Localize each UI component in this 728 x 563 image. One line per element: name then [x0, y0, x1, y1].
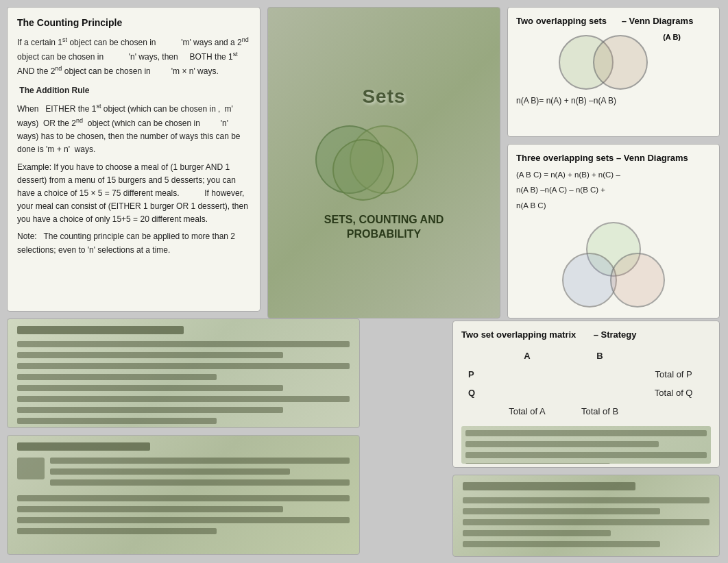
venn-two-title: Two overlapping sets – Venn Diagrams [516, 16, 711, 26]
matrix-total-a: Total of A [491, 402, 563, 421]
matrix-panel: Two set overlapping matrix – Strategy A … [452, 321, 720, 468]
bottom-left-panel-2 [7, 435, 360, 555]
counting-paragraph-1: If a certain 1st object can be chosen in… [17, 35, 250, 79]
br2-line-2 [463, 508, 660, 514]
blurred-line-6 [17, 396, 350, 402]
addition-rule-title: The Addition Rule [17, 84, 250, 97]
venn-three-formula-2: n(A B) –n(A C) – n(B C) + [516, 184, 711, 196]
matrix-col-total-header [636, 347, 711, 365]
blurred-sub-2 [50, 468, 290, 475]
matrix-grand-total [636, 402, 711, 421]
counting-principle-title: The Counting Principle [17, 17, 250, 28]
bottom-left-panel-1 [7, 318, 360, 428]
matrix-totals-label [461, 402, 491, 421]
center-title-line2: PROBABILITY [308, 228, 459, 240]
matrix-title: Two set overlapping matrix – Strategy [461, 329, 711, 340]
matrix-col-b: B [563, 347, 637, 365]
br2-line-4 [463, 530, 611, 536]
br2-line-5 [463, 541, 660, 547]
matrix-totals-row: Total of A Total of B [461, 402, 711, 421]
matrix-label-q: Q [461, 384, 491, 402]
addition-example: Example: If you have to choose a meal of… [17, 161, 250, 227]
br2-line-1 [463, 497, 709, 503]
matrix-blurred-2 [465, 441, 659, 447]
blurred-line-7 [17, 407, 283, 413]
matrix-blurred-4 [465, 463, 610, 464]
addition-note: Note: The counting principle can be appl… [17, 230, 250, 256]
venn-two-formula: n(A B)= n(A) + n(B) –n(A B) [516, 96, 711, 105]
blurred-line-5 [17, 385, 283, 391]
matrix-total-b: Total of B [563, 402, 637, 421]
venn-three-title: Three overlapping sets – Venn Diagrams [516, 153, 711, 163]
bottom-right-panel-2 [452, 475, 720, 557]
blurred-sub-1 [50, 458, 350, 464]
venn-two-panel: Two overlapping sets – Venn Diagrams (A … [507, 7, 720, 137]
blurred-line-8 [17, 418, 217, 424]
blurred-row-1 [17, 458, 350, 490]
center-title-line1: SETS, COUNTING AND [308, 212, 459, 228]
center-title-panel: Sets SETS, COUNTING AND PROBABILITY [267, 7, 500, 318]
venn-two-diagram: (A B) [545, 32, 682, 93]
addition-rule-body: When EITHER the 1st object (which can be… [17, 101, 250, 157]
blurred-line-1 [17, 341, 350, 347]
bottom-right-content-2 [453, 475, 719, 557]
br2-heading [463, 482, 635, 490]
matrix-cell-pa [491, 365, 563, 384]
br2-line-3 [463, 519, 709, 525]
blurred-line-4 [17, 374, 217, 380]
matrix-total-p: Total of P [636, 365, 711, 384]
blurred-line-2 [17, 352, 283, 358]
matrix-cell-qb [563, 384, 637, 402]
bottom-left-content-1 [8, 319, 359, 428]
blurred-sub-3 [50, 479, 350, 486]
matrix-label-p: P [461, 365, 491, 384]
blurred-heading-1 [17, 326, 184, 334]
bottom-left-content-2 [8, 436, 359, 546]
matrix-cell-qa [491, 384, 563, 402]
venn-three-formula-1: (A B C) = n(A) + n(B) + n(C) – [516, 168, 711, 181]
venn-circle-right [593, 35, 648, 90]
matrix-col-a: A [491, 347, 563, 365]
blurred-line-b2 [17, 506, 283, 512]
matrix-row-q: Q Total of Q [461, 384, 711, 402]
blurred-line-b1 [17, 495, 350, 501]
blurred-line-b3 [17, 517, 350, 523]
blurred-heading-2 [17, 442, 150, 451]
matrix-blurred-section [461, 426, 711, 464]
venn3-circle-bottomright [610, 253, 665, 308]
venn-three-diagram [552, 218, 675, 314]
venn-three-formula-3: n(A B C) [516, 199, 711, 212]
matrix-header-row: A B [461, 347, 711, 365]
matrix-total-q: Total of Q [636, 384, 711, 402]
matrix-blurred-1 [465, 430, 707, 436]
venn-two-ab-label: (A B) [663, 33, 681, 41]
blurred-line-3 [17, 363, 350, 369]
counting-principle-panel: The Counting Principle If a certain 1st … [7, 7, 260, 312]
matrix-table: A B P Total of P Q Total of Q Total of A… [461, 347, 711, 421]
matrix-cell-pb [563, 365, 637, 384]
venn3-circle-bottomleft [562, 253, 617, 308]
matrix-blurred-3 [465, 452, 707, 458]
blurred-line-b4 [17, 528, 217, 534]
matrix-empty-cell [461, 347, 491, 365]
venn-three-panel: Three overlapping sets – Venn Diagrams (… [507, 144, 720, 318]
matrix-row-p: P Total of P [461, 365, 711, 384]
